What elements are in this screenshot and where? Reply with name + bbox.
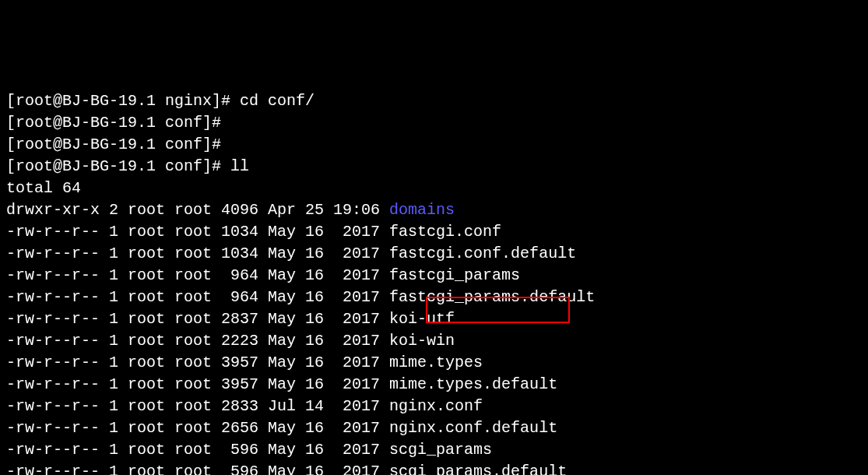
- file-name: nginx.conf.default: [389, 419, 557, 437]
- file-name: scgi_params: [389, 441, 492, 459]
- shell-command: cd conf/: [240, 92, 315, 110]
- shell-command: ll: [230, 157, 249, 175]
- file-row: -rw-r--r-- 1 root root 964 May 16 2017 f…: [6, 287, 862, 308]
- file-name: nginx.conf: [389, 397, 483, 415]
- file-meta: -rw-r--r-- 1 root root 964 May 16 2017: [6, 288, 389, 306]
- file-meta: -rw-r--r-- 1 root root 1034 May 16 2017: [6, 245, 389, 262]
- file-meta: drwxr-xr-x 2 root root 4096 Apr 25 19:06: [6, 201, 389, 219]
- file-meta: -rw-r--r-- 1 root root 3957 May 16 2017: [6, 354, 389, 371]
- file-row: -rw-r--r-- 1 root root 596 May 16 2017 s…: [6, 461, 862, 475]
- prompt-line: [root@BJ-BG-19.1 conf]# ll: [6, 156, 862, 178]
- file-name: fastcgi.conf: [389, 223, 501, 241]
- file-row: -rw-r--r-- 1 root root 964 May 16 2017 f…: [6, 265, 862, 287]
- prompt-line: [root@BJ-BG-19.1 nginx]# cd conf/: [6, 90, 862, 112]
- file-meta: -rw-r--r-- 1 root root 964 May 16 2017: [6, 266, 389, 284]
- file-row: -rw-r--r-- 1 root root 2833 Jul 14 2017 …: [6, 396, 862, 417]
- directory-name: domains: [389, 201, 455, 219]
- file-row: -rw-r--r-- 1 root root 1034 May 16 2017 …: [6, 243, 862, 265]
- file-name: koi-win: [389, 332, 455, 350]
- prompt-line: [root@BJ-BG-19.1 conf]#: [6, 134, 862, 156]
- shell-prompt: [root@BJ-BG-19.1 conf]#: [6, 135, 230, 153]
- shell-prompt: [root@BJ-BG-19.1 conf]#: [6, 157, 230, 175]
- file-row: -rw-r--r-- 1 root root 3957 May 16 2017 …: [6, 374, 862, 396]
- file-name: mime.types.default: [389, 375, 557, 393]
- file-row: drwxr-xr-x 2 root root 4096 Apr 25 19:06…: [6, 199, 862, 221]
- terminal-output[interactable]: [root@BJ-BG-19.1 nginx]# cd conf/[root@B…: [6, 90, 862, 475]
- file-name: fastcgi_params: [389, 266, 520, 284]
- file-row: -rw-r--r-- 1 root root 596 May 16 2017 s…: [6, 439, 862, 461]
- file-meta: -rw-r--r-- 1 root root 2656 May 16 2017: [6, 419, 389, 437]
- shell-prompt: [root@BJ-BG-19.1 nginx]#: [6, 92, 240, 110]
- file-meta: -rw-r--r-- 1 root root 2223 May 16 2017: [6, 332, 389, 350]
- file-meta: -rw-r--r-- 1 root root 2833 Jul 14 2017: [6, 397, 389, 415]
- file-name: fastcgi.conf.default: [389, 245, 576, 262]
- file-row: -rw-r--r-- 1 root root 1034 May 16 2017 …: [6, 221, 862, 243]
- file-row: -rw-r--r-- 1 root root 2223 May 16 2017 …: [6, 330, 862, 352]
- prompt-line: [root@BJ-BG-19.1 conf]#: [6, 112, 862, 134]
- file-meta: -rw-r--r-- 1 root root 2837 May 16 2017: [6, 310, 389, 328]
- file-meta: -rw-r--r-- 1 root root 1034 May 16 2017: [6, 223, 389, 241]
- file-name: fastcgi_params.default: [389, 288, 595, 306]
- file-row: -rw-r--r-- 1 root root 2837 May 16 2017 …: [6, 308, 862, 330]
- file-meta: -rw-r--r-- 1 root root 596 May 16 2017: [6, 463, 389, 475]
- file-meta: -rw-r--r-- 1 root root 3957 May 16 2017: [6, 375, 389, 393]
- shell-prompt: [root@BJ-BG-19.1 conf]#: [6, 114, 230, 132]
- file-name: mime.types: [389, 354, 483, 371]
- file-row: -rw-r--r-- 1 root root 2656 May 16 2017 …: [6, 417, 862, 439]
- file-name: koi-utf: [389, 310, 455, 328]
- file-meta: -rw-r--r-- 1 root root 596 May 16 2017: [6, 441, 389, 459]
- total-line: total 64: [6, 178, 862, 199]
- file-name: scgi_params.default: [389, 463, 567, 475]
- file-row: -rw-r--r-- 1 root root 3957 May 16 2017 …: [6, 352, 862, 374]
